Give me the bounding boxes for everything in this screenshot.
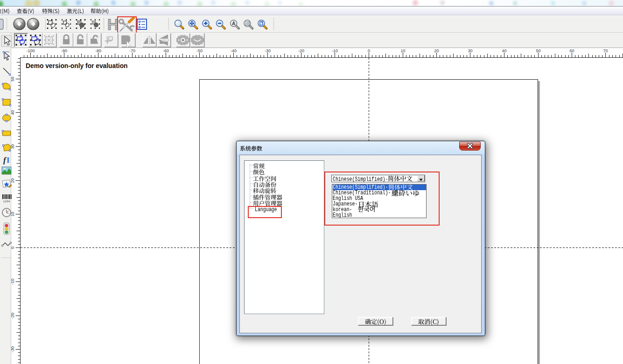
svg-text:-10: -10 <box>11 279 15 285</box>
svg-text:-30: -30 <box>11 346 15 352</box>
svg-text:50: 50 <box>11 76 15 81</box>
svg-text:20: 20 <box>434 48 439 53</box>
svg-text:1234: 1234 <box>3 200 10 203</box>
svg-text:-20: -20 <box>298 48 304 53</box>
svg-text:60: 60 <box>569 48 574 53</box>
svg-text:H: H <box>107 16 119 33</box>
svg-text:-80: -80 <box>95 48 101 53</box>
svg-text:40: 40 <box>502 48 506 53</box>
svg-text:-20: -20 <box>11 313 15 319</box>
svg-text:I: I <box>7 156 10 165</box>
svg-text:-10: -10 <box>332 48 338 53</box>
svg-text:50: 50 <box>536 48 540 53</box>
svg-text:0: 0 <box>11 247 15 249</box>
svg-text:-30: -30 <box>265 48 271 53</box>
svg-text:-70: -70 <box>129 48 135 53</box>
svg-text:-50: -50 <box>196 48 203 53</box>
svg-text:30: 30 <box>468 48 472 53</box>
svg-text:10: 10 <box>400 48 405 53</box>
svg-text:0: 0 <box>368 48 370 53</box>
svg-text:20: 20 <box>11 178 15 183</box>
svg-text:30: 30 <box>11 144 15 149</box>
svg-text:10: 10 <box>11 212 15 216</box>
svg-text:A: A <box>232 21 235 26</box>
svg-text:-100: -100 <box>26 48 35 53</box>
svg-text:-40: -40 <box>231 48 237 53</box>
svg-text:70: 70 <box>603 48 608 53</box>
svg-text:-60: -60 <box>163 48 169 53</box>
svg-text:-90: -90 <box>61 48 67 53</box>
svg-text:40: 40 <box>11 110 15 115</box>
